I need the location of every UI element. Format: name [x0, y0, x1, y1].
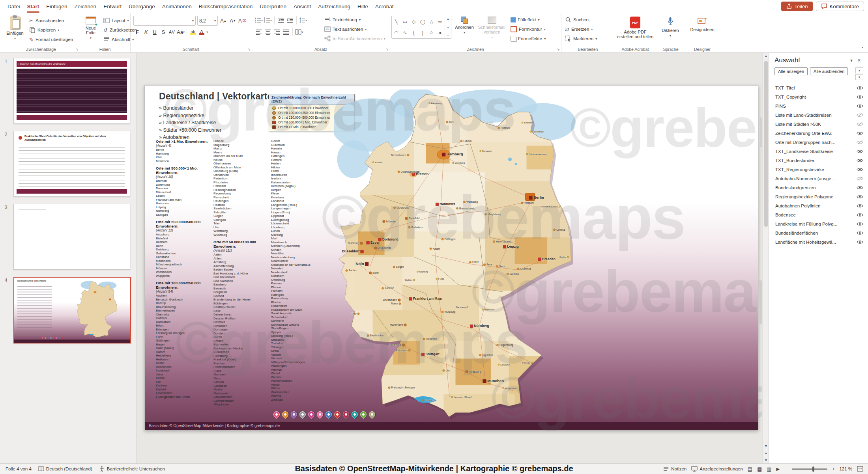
- visibility-eye-off-icon[interactable]: [857, 176, 863, 181]
- selection-item[interactable]: Landfläche mit Hoheitsgewä...: [769, 237, 868, 246]
- visibility-eye-icon[interactable]: [857, 167, 863, 172]
- increase-indent-button[interactable]: [286, 16, 294, 24]
- create-pdf-button[interactable]: PDF Adobe PDF erstellen und teilen: [616, 15, 654, 50]
- shrink-font-button[interactable]: A▼: [229, 17, 237, 25]
- paste-button[interactable]: Einfügen▾: [4, 15, 26, 50]
- selection-item[interactable]: Autobahnen Polylinien: [769, 201, 868, 210]
- map-pin-icon[interactable]: [273, 411, 281, 422]
- selection-item[interactable]: Regierungsbezirke Polygone: [769, 192, 868, 201]
- quick-styles-button[interactable]: Schnellformat-vorlagen▾: [477, 15, 507, 50]
- map-pin-icon[interactable]: [369, 411, 376, 422]
- find-button[interactable]: Suchen: [563, 15, 599, 24]
- menu-tab-einfügen[interactable]: Einfügen: [43, 0, 71, 13]
- cut-button[interactable]: ✂Ausschneiden: [28, 16, 75, 25]
- display-settings-button[interactable]: Anzeigeeinstellungen: [691, 466, 743, 472]
- menu-tab-datei[interactable]: Datei: [4, 0, 24, 13]
- visibility-eye-off-icon[interactable]: [857, 113, 863, 118]
- menu-tab-acrobat[interactable]: Acrobat: [372, 0, 397, 13]
- map-pin-icon[interactable]: [290, 411, 298, 422]
- visibility-eye-icon[interactable]: [857, 231, 863, 235]
- font-size-combo[interactable]: 8,2▾: [197, 16, 218, 26]
- collapse-ribbon-button[interactable]: ⌃: [861, 47, 864, 51]
- map-pin-icon[interactable]: [316, 411, 324, 422]
- selection-item[interactable]: TXT_Copyright: [769, 92, 868, 101]
- selection-item[interactable]: TXT_Landkreise-Stadtkreise: [769, 147, 868, 156]
- shape-outline-button[interactable]: Formkontur▾: [509, 24, 547, 34]
- menu-tab-bildschirmpräsentation[interactable]: Bildschirmpräsentation: [195, 0, 256, 13]
- visibility-eye-off-icon[interactable]: [857, 140, 863, 145]
- slide-footer-copyright[interactable]: Basisdaten © OpenStreetMap-Mitwirkende |…: [145, 422, 758, 430]
- map-pin-icon[interactable]: [282, 411, 289, 422]
- visibility-eye-icon[interactable]: [857, 194, 863, 199]
- slide-bullet-list[interactable]: » Bundesländer» Regierungsbezirke» Landk…: [159, 105, 221, 141]
- text-highlight-button[interactable]: ab: [189, 28, 197, 36]
- move-backward-icon[interactable]: ▼: [855, 74, 863, 80]
- gallery-up-button[interactable]: ▴: [447, 17, 449, 21]
- clear-formatting-button[interactable]: A⌫: [238, 17, 246, 25]
- zoom-slider[interactable]: [792, 468, 827, 470]
- shape-circle-icon[interactable]: ◯: [420, 19, 425, 24]
- city-list-column-1[interactable]: Orte mit >1 Mio. Einwohnern:(Anzahl 4)Be…: [156, 139, 212, 399]
- map-pins-row[interactable]: [273, 411, 376, 422]
- slide-thumbnail-4[interactable]: Deutschland | Vektorkarte: [13, 277, 131, 343]
- map-pin-icon[interactable]: [334, 411, 341, 422]
- strikethrough-button[interactable]: S: [159, 28, 167, 36]
- dictate-button[interactable]: Diktieren▾: [658, 15, 683, 50]
- shape-fill-button[interactable]: Fülleffekt▾: [509, 15, 547, 24]
- selection-item[interactable]: Liste mit Städten >50K: [769, 119, 868, 129]
- character-spacing-button[interactable]: AV: [168, 28, 176, 36]
- text-direction-button[interactable]: Textrichtung▾: [323, 15, 387, 24]
- shape-line-icon[interactable]: ╲: [395, 19, 398, 24]
- change-case-button[interactable]: Aa▾: [177, 28, 185, 36]
- underline-button[interactable]: U: [151, 28, 159, 36]
- selection-item[interactable]: Bundesländerflächen: [769, 228, 868, 237]
- show-all-button[interactable]: Alle anzeigen: [774, 67, 808, 75]
- line-spacing-button[interactable]: ▾: [299, 16, 307, 24]
- visibility-eye-icon[interactable]: [857, 131, 863, 136]
- shapes-gallery[interactable]: ╲ ▭ ◇ ◯ △ ⇨ ◠ ∿ { } ☆ ● ▴ ▾ ≡: [391, 16, 451, 39]
- italic-button[interactable]: K: [142, 28, 150, 36]
- visibility-eye-icon[interactable]: [857, 222, 863, 226]
- replace-button[interactable]: ⇄Ersetzen▾: [563, 24, 599, 34]
- shape-effects-button[interactable]: Formeffekte▾: [509, 34, 547, 43]
- menu-tab-hilfe[interactable]: Hilfe: [354, 0, 372, 13]
- close-pane-icon[interactable]: ✕: [855, 57, 863, 64]
- map-pin-icon[interactable]: [325, 411, 333, 422]
- bullet-list-button[interactable]: ▾: [255, 16, 263, 24]
- menu-tab-start[interactable]: Start: [24, 0, 43, 13]
- selection-item[interactable]: Zeichenerklärung Orte EWZ: [769, 129, 868, 138]
- zoom-slider-thumb[interactable]: [812, 467, 814, 472]
- accessibility-checker[interactable]: Barrierefreiheit: Untersuchen: [99, 466, 165, 472]
- font-name-combo[interactable]: ▾: [133, 16, 196, 26]
- new-slide-button[interactable]: Neue Folie▾: [80, 15, 101, 50]
- selection-item[interactable]: PINS: [769, 101, 868, 110]
- map-pin-icon[interactable]: [360, 411, 367, 422]
- visibility-eye-icon[interactable]: [857, 185, 863, 190]
- design-ideas-button[interactable]: Designideen: [688, 15, 716, 50]
- city-list-column-3[interactable]: GörlitzGüterslohHamelnHanauHattingenHerf…: [271, 139, 327, 401]
- shape-curve-icon[interactable]: ∿: [403, 30, 407, 35]
- shape-oval-icon[interactable]: ●: [439, 30, 441, 35]
- grow-font-button[interactable]: A▲: [219, 17, 227, 25]
- comments-button[interactable]: Kommentare: [816, 2, 864, 11]
- slide-thumbnail-1[interactable]: Hinweise zum Bearbeiten der Vektorkarte: [13, 58, 130, 124]
- arrange-button[interactable]: Anordnen▾: [453, 15, 476, 50]
- scrollbar-thumb[interactable]: [764, 61, 768, 227]
- menu-tab-zeichnen[interactable]: Zeichnen: [71, 0, 100, 13]
- city-list-column-2[interactable]: LübeckMagdeburgMainzMoersMülheim an der …: [213, 139, 269, 407]
- menu-tab-überprüfen[interactable]: Überprüfen: [256, 0, 290, 13]
- gallery-down-button[interactable]: ▾: [447, 26, 449, 29]
- shape-star-icon[interactable]: ☆: [429, 30, 434, 35]
- zoom-level[interactable]: 121 %: [839, 467, 852, 471]
- slide-4-canvas[interactable]: Deutschland | Vektorkarte » Bundesländer…: [144, 85, 758, 430]
- selection-item[interactable]: Bundeslandgrenzen: [769, 183, 868, 192]
- copy-button[interactable]: Kopieren▾: [28, 25, 75, 35]
- font-color-button[interactable]: A: [198, 28, 206, 36]
- slide-title[interactable]: Deutschland | Vektorkarte: [159, 91, 273, 102]
- notes-toggle[interactable]: Notizen: [663, 466, 687, 472]
- selection-item[interactable]: Bodensee: [769, 210, 868, 219]
- selection-item[interactable]: Landkreise mit Füllung Polyg...: [769, 219, 868, 228]
- visibility-eye-icon[interactable]: [857, 240, 863, 244]
- align-right-button[interactable]: [273, 28, 281, 36]
- pane-options-icon[interactable]: ▾: [848, 57, 855, 64]
